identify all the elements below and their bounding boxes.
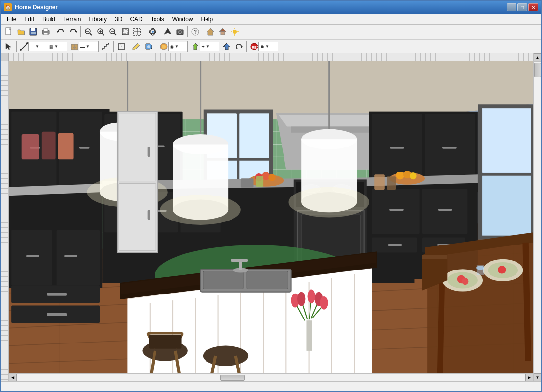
close-button[interactable]: ✕ [528, 3, 538, 11]
stairs-tool-button[interactable] [100, 41, 112, 52]
svg-point-48 [75, 47, 76, 48]
toolbar-row-2: — ▼ ▦ ▼ ▬ ▼ [1, 39, 541, 53]
svg-point-227 [268, 174, 275, 181]
pencil-tool-button[interactable] [130, 41, 142, 52]
save-button[interactable] [27, 26, 39, 38]
svg-rect-121 [57, 230, 100, 285]
svg-marker-8 [76, 30, 77, 33]
svg-rect-271 [256, 176, 263, 187]
main-area: ◀ ▶ ▲ ▼ [1, 53, 541, 381]
door-tool-button[interactable] [115, 41, 127, 52]
scroll-thumb-horizontal[interactable] [220, 375, 245, 381]
svg-point-211 [320, 296, 328, 310]
menu-edit[interactable]: Edit [20, 15, 38, 24]
svg-rect-259 [477, 265, 484, 275]
camera-button[interactable] [174, 26, 186, 38]
scroll-left-button[interactable]: ◀ [9, 374, 17, 382]
svg-point-231 [410, 172, 416, 179]
canvas-viewport[interactable] [9, 61, 533, 373]
select-tool-button[interactable] [3, 41, 15, 52]
menu-window[interactable]: Window [168, 15, 197, 24]
house-view-button[interactable] [205, 26, 216, 38]
svg-rect-120 [11, 230, 52, 285]
maximize-button[interactable]: □ [517, 3, 527, 11]
fit-page-button[interactable] [119, 26, 131, 38]
material-dropdown-button[interactable]: ◉ ▼ [170, 41, 186, 52]
svg-point-54 [162, 45, 166, 49]
zoom-box-button[interactable] [131, 26, 143, 38]
new-button[interactable] [3, 26, 15, 38]
roof-button[interactable] [217, 26, 229, 38]
svg-rect-273 [387, 176, 396, 190]
undo-button[interactable] [55, 26, 67, 38]
scroll-down-button[interactable]: ▼ [534, 373, 542, 381]
svg-rect-128 [47, 313, 67, 316]
object-dropdown-button[interactable]: ✦ ▼ [202, 41, 217, 52]
svg-rect-264 [58, 133, 74, 159]
scroll-up-button[interactable]: ▲ [534, 53, 542, 61]
svg-rect-178 [482, 176, 531, 235]
menu-build[interactable]: Build [38, 15, 59, 24]
svg-marker-57 [241, 45, 243, 48]
help-button[interactable]: ? [189, 26, 201, 38]
svg-rect-201 [306, 320, 312, 351]
svg-line-42 [21, 43, 27, 50]
svg-rect-2 [31, 28, 35, 31]
svg-point-209 [308, 289, 315, 303]
open-button[interactable] [15, 26, 27, 38]
svg-marker-56 [223, 43, 230, 50]
svg-line-17 [114, 33, 116, 35]
left-panel [1, 53, 9, 381]
menu-tools[interactable]: Tools [147, 15, 168, 24]
menu-terrain[interactable]: Terrain [59, 15, 85, 24]
svg-rect-267 [119, 184, 156, 251]
svg-rect-166 [372, 189, 420, 234]
status-bar [1, 381, 541, 391]
menu-help[interactable]: Help [197, 15, 217, 24]
svg-marker-33 [207, 28, 214, 35]
sun-button[interactable] [229, 26, 241, 38]
menu-file[interactable]: File [3, 15, 20, 24]
svg-rect-162 [390, 147, 404, 149]
menu-cad[interactable]: CAD [126, 15, 146, 24]
svg-point-36 [233, 30, 237, 34]
arrow-up3-button[interactable] [221, 41, 232, 52]
cabinet-dropdown-button[interactable]: ▬ ▼ [81, 41, 97, 52]
zoom-out-button[interactable] [107, 26, 119, 38]
wall-dropdown-button[interactable]: ▦ ▼ [50, 41, 65, 52]
line-dropdown-button[interactable]: — ▼ [30, 41, 46, 52]
minimize-button[interactable]: – [507, 3, 516, 11]
svg-rect-177 [482, 108, 531, 172]
svg-marker-34 [219, 28, 226, 32]
svg-rect-272 [374, 174, 385, 190]
zoom-prev-button[interactable] [82, 26, 94, 38]
print-button[interactable] [40, 26, 52, 38]
svg-point-220 [203, 346, 249, 366]
svg-point-43 [20, 49, 22, 51]
orbit-button[interactable] [147, 26, 158, 38]
paint-tool-button[interactable] [143, 41, 155, 52]
svg-point-208 [297, 292, 305, 306]
zoom-in-button[interactable] [95, 26, 106, 38]
record-dropdown-button[interactable]: ⏺ ▼ [260, 41, 276, 52]
redo-button[interactable] [67, 26, 79, 38]
svg-rect-266 [119, 113, 156, 181]
scroll-right-button[interactable]: ▶ [525, 374, 533, 382]
svg-rect-200 [231, 259, 248, 262]
scroll-thumb-vertical[interactable] [534, 63, 541, 77]
menu-3d[interactable]: 3D [111, 15, 126, 24]
svg-marker-7 [57, 30, 58, 33]
rotate3d-button[interactable] [233, 41, 245, 52]
menu-library[interactable]: Library [85, 15, 111, 24]
svg-rect-30 [179, 29, 181, 30]
svg-rect-124 [64, 255, 77, 257]
scroll-track-vertical[interactable] [534, 61, 541, 373]
svg-rect-261 [422, 255, 447, 259]
svg-point-257 [498, 266, 506, 273]
kitchen-scene-svg [9, 61, 533, 373]
svg-marker-50 [133, 43, 140, 50]
scroll-track-horizontal[interactable] [17, 374, 525, 381]
ruler-vertical [1, 61, 9, 381]
arrow-up-button[interactable] [162, 26, 174, 38]
title-bar: 🏠 Home Designer – □ ✕ [1, 1, 541, 14]
